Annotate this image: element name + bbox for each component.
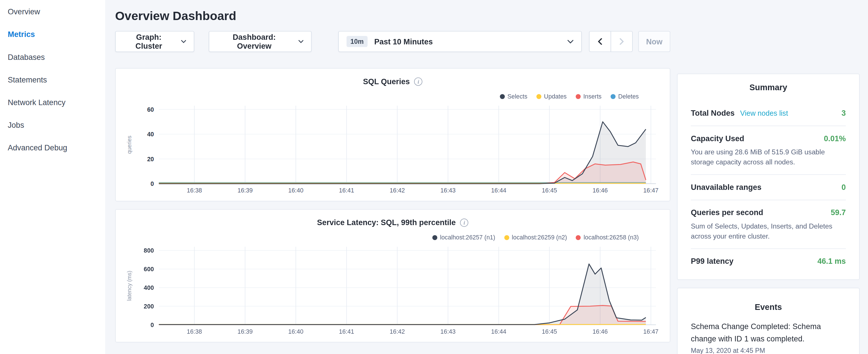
y-tick-label: 0 [150, 181, 154, 187]
legend-item[interactable]: Updates [536, 93, 566, 100]
x-tick-label: 16:42 [390, 328, 405, 335]
legend-item[interactable]: localhost:26259 (n2) [504, 233, 567, 241]
chart-card-sql-queries: SQL Queries i SelectsUpdatesInsertsDelet… [115, 68, 670, 202]
summary-value: 46.1 ms [817, 257, 846, 265]
event-item[interactable]: Schema Change Completed: Schema change w… [691, 320, 846, 354]
series-line-Selects [159, 122, 646, 184]
y-axis-title: latency (ms) [126, 271, 132, 301]
summary-value: 0.01% [824, 134, 846, 142]
chart-plot[interactable]: 020040060080016:3816:3916:4016:4116:4216… [125, 244, 662, 337]
legend-dot-icon [500, 94, 505, 99]
summary-row-queries-per-second: Queries per second 59.7 Sum of Selects, … [691, 200, 846, 248]
y-tick-label: 0 [150, 322, 154, 328]
x-tick-label: 16:39 [238, 328, 253, 335]
graph-scope-dropdown[interactable]: Graph: Cluster [115, 31, 194, 52]
summary-label: Total Nodes [691, 108, 735, 119]
summary-label: Capacity Used [691, 133, 744, 144]
page-title: Overview Dashboard [115, 0, 670, 24]
summary-row-p99-latency: P99 latency 46.1 ms [691, 248, 846, 274]
event-message: Schema Change Completed: Schema change w… [691, 320, 846, 345]
x-tick-label: 16:40 [288, 187, 304, 194]
dashboard-label: Dashboard: Overview [217, 33, 291, 51]
legend-item[interactable]: localhost:26258 (n3) [576, 233, 639, 241]
sidebar-item-advanced-debug[interactable]: Advanced Debug [0, 137, 105, 159]
time-range-label: Past 10 Minutes [374, 37, 433, 46]
time-range-badge: 10m [346, 36, 367, 47]
dashboard-dropdown[interactable]: Dashboard: Overview [209, 31, 311, 52]
y-tick-label: 40 [147, 131, 154, 138]
y-tick-label: 400 [144, 284, 154, 291]
summary-description: Sum of Selects, Updates, Inserts, and De… [691, 221, 846, 242]
chart-legend: SelectsUpdatesInsertsDeletes [125, 93, 661, 100]
chart-title: SQL Queries [363, 76, 410, 87]
legend-label: localhost:26259 (n2) [512, 233, 567, 241]
sidebar-item-jobs[interactable]: Jobs [0, 114, 105, 137]
y-tick-label: 200 [144, 303, 154, 310]
y-tick-label: 600 [144, 266, 154, 273]
x-tick-label: 16:43 [440, 187, 456, 194]
legend-dot-icon [610, 94, 615, 99]
summary-row-capacity-used: Capacity Used 0.01% You are using 28.6 M… [691, 125, 846, 174]
chevron-down-icon [567, 39, 574, 43]
legend-label: Inserts [583, 93, 601, 100]
sidebar-item-metrics[interactable]: Metrics [0, 23, 105, 46]
chart-title: Service Latency: SQL, 99th percentile [317, 217, 456, 228]
app-root: Overview Metrics Databases Statements Ne… [0, 0, 868, 354]
chart-title-row: SQL Queries i [125, 69, 661, 87]
chart-card-service-latency: Service Latency: SQL, 99th percentile i … [115, 209, 670, 343]
x-tick-label: 16:42 [390, 187, 405, 194]
chart-title-row: Service Latency: SQL, 99th percentile i [125, 210, 661, 228]
legend-item[interactable]: localhost:26257 (n1) [432, 233, 495, 241]
series-area [159, 305, 646, 324]
legend-dot-icon [432, 235, 437, 240]
right-panel: Summary Total Nodes View nodes list 3 Ca… [677, 74, 859, 354]
summary-row-unavailable-ranges: Unavailable ranges 0 [691, 174, 846, 200]
y-tick-label: 60 [147, 106, 154, 113]
series-area [159, 122, 646, 184]
sidebar-item-databases[interactable]: Databases [0, 46, 105, 68]
legend-dot-icon [576, 235, 581, 240]
sidebar-item-statements[interactable]: Statements [0, 69, 105, 91]
sidebar: Overview Metrics Databases Statements Ne… [0, 0, 105, 354]
sidebar-item-network-latency[interactable]: Network Latency [0, 91, 105, 114]
view-nodes-list-link[interactable]: View nodes list [740, 109, 788, 118]
summary-title: Summary [691, 82, 846, 93]
time-controls: 10m Past 10 Minutes Now [338, 31, 670, 52]
now-button[interactable]: Now [638, 31, 670, 52]
summary-row-total-nodes: Total Nodes View nodes list 3 [691, 101, 846, 126]
summary-label: Queries per second [691, 207, 764, 218]
legend-item[interactable]: Inserts [576, 93, 601, 100]
x-tick-label: 16:47 [643, 187, 658, 194]
summary-label: P99 latency [691, 256, 734, 267]
y-tick-label: 800 [144, 247, 154, 254]
time-prev-button[interactable] [589, 31, 611, 52]
time-next-button[interactable] [611, 31, 633, 52]
time-range-dropdown[interactable]: 10m Past 10 Minutes [338, 31, 582, 52]
event-timestamp: May 13, 2020 at 4:45 PM [691, 347, 846, 354]
toolbar: Graph: Cluster Dashboard: Overview 10m P… [115, 31, 670, 52]
events-panel: Events Schema Change Completed: Schema c… [677, 288, 859, 354]
x-tick-label: 16:46 [593, 328, 608, 335]
summary-value: 3 [842, 108, 846, 118]
info-icon[interactable]: i [414, 77, 423, 85]
x-tick-label: 16:38 [187, 328, 202, 335]
info-icon[interactable]: i [460, 218, 468, 227]
legend-item[interactable]: Selects [500, 93, 528, 100]
sidebar-item-overview[interactable]: Overview [0, 1, 105, 23]
chart-legend: localhost:26257 (n1)localhost:26259 (n2)… [125, 233, 661, 241]
time-stepper [589, 31, 633, 52]
chevron-down-icon [181, 40, 186, 43]
summary-description: You are using 28.6 MiB of 515.9 GiB usab… [691, 147, 846, 167]
legend-label: Deletes [618, 93, 639, 100]
summary-value: 0 [842, 183, 846, 191]
chevron-left-icon [598, 38, 602, 45]
x-tick-label: 16:45 [542, 328, 557, 335]
summary-label: Unavailable ranges [691, 182, 762, 193]
legend-item[interactable]: Deletes [610, 93, 639, 100]
events-title: Events [691, 301, 846, 313]
chart-plot[interactable]: 020406016:3816:3916:4016:4116:4216:4316:… [125, 102, 662, 196]
x-tick-label: 16:46 [593, 187, 608, 194]
summary-panel: Summary Total Nodes View nodes list 3 Ca… [677, 74, 859, 280]
legend-dot-icon [536, 94, 541, 99]
x-tick-label: 16:43 [440, 328, 456, 335]
